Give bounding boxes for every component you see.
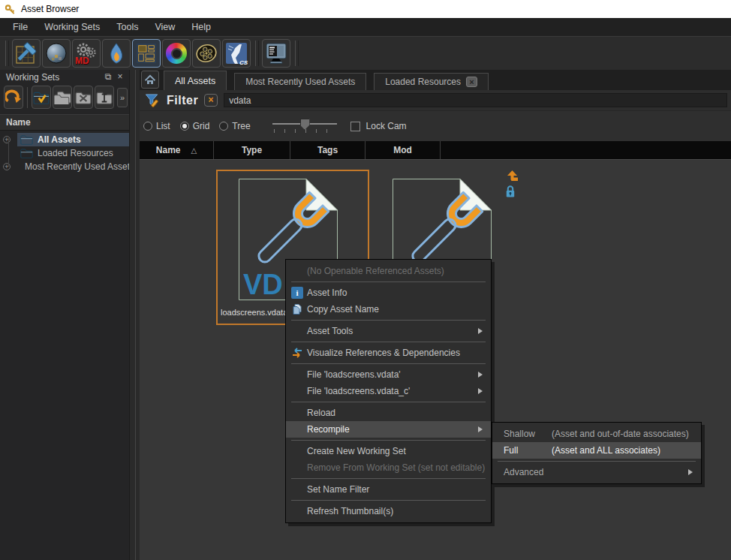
asset-browser-button[interactable] [132,39,161,68]
redo-arrow-icon [5,89,22,106]
submenu-item-shallow[interactable]: Shallow (Asset and out-of-date associate… [492,426,701,442]
folder-icon [20,134,33,145]
tab-most-recently-used[interactable]: Most Recently Used Assets [234,73,366,90]
view-mode-tree[interactable]: Tree [219,121,250,131]
menu-item-file-vdata[interactable]: File 'loadscreens.vdata' [286,366,491,383]
radio-icon [143,122,152,131]
folders-icon [54,91,71,104]
submenu-item-full[interactable]: Full (Asset and ALL associates) [492,442,701,459]
folder-check-icon [33,91,50,104]
monitor-icon [264,41,288,65]
close-panel-icon[interactable]: × [114,72,126,83]
menu-working-sets[interactable]: Working Sets [36,19,108,35]
cs-workshop-button[interactable]: CS [222,39,251,68]
working-sets-panel: Working Sets ⧉ × [0,70,129,560]
submenu-arrow-icon [478,372,486,378]
menu-item-visualize-references[interactable]: Visualize References & Dependencies [286,345,491,361]
menu-item-asset-info[interactable]: i Asset Info [286,285,491,301]
console-button[interactable] [262,39,290,68]
menu-separator [291,402,486,402]
float-panel-icon[interactable]: ⧉ [102,72,114,83]
menu-item-reload[interactable]: Reload [286,405,491,421]
menu-separator [291,363,486,364]
source-filmmaker-button[interactable] [192,39,221,68]
filter-input[interactable] [224,93,727,107]
title-bar: Asset Browser [0,0,731,18]
menu-item-asset-tools[interactable]: Asset Tools [286,323,491,339]
tree-item-loaded-resources[interactable]: Loaded Resources [0,146,129,160]
home-button[interactable] [141,71,159,89]
menu-item-no-openable: (No Openable Referenced Assets) [286,263,491,279]
menu-item-recompile[interactable]: Recompile [286,421,491,438]
thumbnail-size-slider[interactable] [272,117,337,135]
submenu-item-description: (Asset and out-of-date associates) [552,429,689,439]
view-mode-list[interactable]: List [143,121,170,131]
tree-item-most-recently-used[interactable]: + Most Recently Used Assets [0,160,129,173]
filter-clear-button[interactable]: × [204,94,218,107]
menu-tools[interactable]: Tools [108,19,146,35]
view-mode-grid[interactable]: Grid [180,121,210,131]
column-header-mod[interactable]: Mod [366,141,441,159]
panel-splitter[interactable] [129,70,140,560]
copy-icon [291,303,303,315]
tree-item-all-assets[interactable]: + All Assets [0,133,129,146]
tab-all-assets[interactable]: All Assets [164,71,227,90]
submenu-arrow-icon [478,328,486,334]
recompile-submenu: Shallow (Asset and out-of-date associate… [492,422,702,484]
menu-item-refresh-thumbnails[interactable]: Refresh Thumbnail(s) [286,503,491,519]
toolbar-separator [27,87,29,108]
working-sets-header: Working Sets ⧉ × [0,70,129,83]
radio-checked-icon [180,122,189,131]
home-icon [144,74,156,86]
toolbar-grip[interactable] [295,41,299,66]
flame-icon [105,42,128,65]
tree-guide-line [8,138,9,167]
folder-icon [20,148,33,158]
submenu-item-advanced[interactable]: Advanced [492,464,701,480]
material-editor-button[interactable] [42,39,71,68]
delete-working-set-button[interactable] [74,86,93,109]
menu-item-copy-asset-name[interactable]: Copy Asset Name [286,301,491,318]
new-working-set-button[interactable] [32,86,51,109]
column-header-name[interactable]: Name △ [140,141,214,159]
menu-help[interactable]: Help [183,19,219,35]
submenu-arrow-icon [478,426,486,432]
hammer-editor-button[interactable] [12,39,41,68]
particle-editor-button[interactable] [102,39,131,68]
column-headers: Name △ Type Tags Mod [140,141,731,159]
cs-badge: CS [239,59,248,66]
aperture-icon [166,43,187,64]
menu-item-set-name-filter[interactable]: Set Name Filter [286,481,491,498]
filter-label: Filter [167,94,198,107]
menu-item-create-new-working-set[interactable]: Create New Working Set [286,443,491,459]
menu-separator [291,500,486,501]
copy-working-set-button[interactable] [53,86,72,109]
submenu-arrow-icon [688,469,696,475]
toolbar-overflow-button[interactable]: » [117,88,128,107]
filter-funnel-icon [145,93,161,108]
tree-column-header[interactable]: Name [0,114,129,131]
slider-thumb[interactable] [300,119,310,130]
column-header-tags[interactable]: Tags [290,141,366,159]
image-inspector-button[interactable] [162,39,191,68]
asset-status-icons [504,169,519,198]
refresh-working-sets-button[interactable] [4,86,23,109]
lock-cam-checkbox[interactable] [350,122,360,131]
toolbar-grip[interactable] [255,41,259,66]
column-header-type[interactable]: Type [214,141,290,159]
menu-item-remove-from-working-set: Remove From Working Set (set not editabl… [286,459,491,476]
tab-loaded-resources[interactable]: Loaded Resources × [374,73,489,90]
menu-item-file-vdata-c[interactable]: File 'loadscreens.vdata_c' [286,383,491,399]
tree-item-label: All Assets [38,134,81,145]
tab-bar: All Assets Most Recently Used Assets Loa… [140,70,731,90]
tab-close-icon[interactable]: × [466,77,477,87]
references-icon [291,347,303,359]
menu-file[interactable]: File [5,19,36,35]
sort-asc-icon: △ [191,146,197,155]
toolbar-grip[interactable] [5,41,9,66]
menu-view[interactable]: View [146,19,183,35]
expand-icon: + [3,136,11,143]
modeldoc-button[interactable]: MD [72,39,101,68]
working-sets-tree: + All Assets Loaded Resources + Most Rec… [0,131,129,173]
rename-working-set-button[interactable] [95,86,114,109]
